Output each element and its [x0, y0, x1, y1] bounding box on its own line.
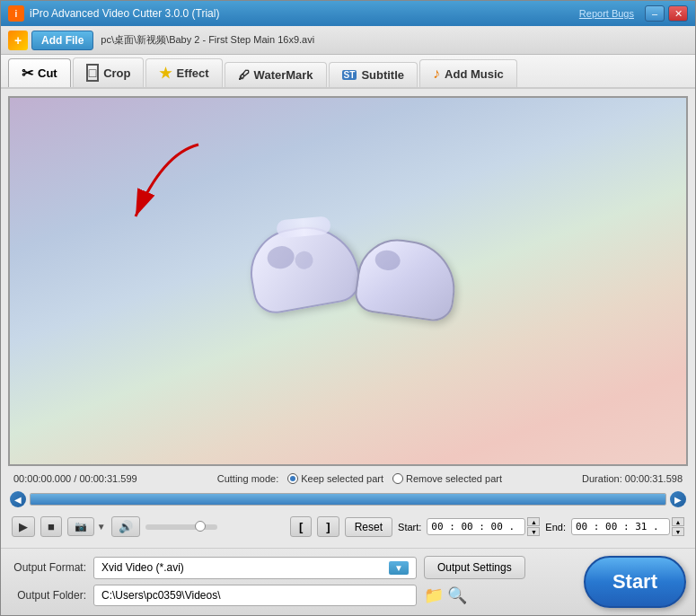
- format-select-control: Xvid Video (*.avi) ▼: [93, 557, 417, 579]
- volume-slider[interactable]: [145, 524, 217, 530]
- output-folder-row: Output Folder: C:\Users\pc0359\Videos\ 📁…: [10, 585, 584, 606]
- timecode-current: 00:00:00.000 / 00:00:31.599: [13, 473, 137, 484]
- start-time-up[interactable]: ▲: [527, 517, 540, 526]
- timeline-progress[interactable]: [30, 493, 666, 506]
- timeline-end-marker[interactable]: ▶: [670, 491, 686, 507]
- tab-watermark[interactable]: 🖊 WaterMark: [225, 62, 327, 87]
- tab-addmusic[interactable]: ♪ Add Music: [419, 59, 517, 87]
- tab-subtitle[interactable]: ST Subtitle: [329, 62, 418, 87]
- filebar: + Add File pc\桌面\新视频\Baby 2 - First Step…: [1, 26, 695, 55]
- timeline-start-marker[interactable]: ◀: [10, 491, 26, 507]
- start-time-spinner[interactable]: ▲ ▼: [527, 517, 540, 536]
- output-format-row: Output Format: Xvid Video (*.avi) ▼ Outp…: [10, 556, 584, 579]
- end-time-up[interactable]: ▲: [672, 517, 684, 526]
- video-frame: [10, 98, 686, 464]
- folder-path-display: C:\Users\pc0359\Videos\: [93, 585, 417, 606]
- window-controls: – ✕: [645, 5, 688, 22]
- open-folder-button[interactable]: 📁: [424, 585, 444, 605]
- reset-button[interactable]: Reset: [345, 517, 392, 537]
- end-time-label: End:: [545, 522, 566, 532]
- dropdown-arrow-icon[interactable]: ▼: [97, 522, 106, 532]
- start-time-label: Start:: [398, 522, 421, 532]
- addmusic-icon: ♪: [433, 66, 440, 82]
- timecode-total-value: 00:00:31.599: [79, 473, 137, 484]
- main-content: 00:00:00.000 / 00:00:31.599 Cutting mode…: [1, 89, 695, 548]
- tab-effect[interactable]: ★ Effect: [145, 58, 222, 87]
- start-button[interactable]: Start: [584, 556, 686, 608]
- volume-button[interactable]: 🔊: [111, 516, 140, 537]
- remove-selected-radio[interactable]: Remove selected part: [392, 473, 502, 484]
- video-subject: [223, 200, 474, 362]
- cutting-mode-label: Cutting mode:: [217, 473, 278, 484]
- folder-icon-group: 📁 🔍: [424, 585, 467, 605]
- end-time-group: ▲ ▼: [571, 517, 684, 536]
- bracket-start-button[interactable]: [: [290, 516, 312, 537]
- cutting-mode-group: Cutting mode: Keep selected part Remove …: [217, 473, 502, 484]
- effect-icon: ★: [159, 65, 172, 82]
- output-settings-button[interactable]: Output Settings: [424, 556, 525, 579]
- end-time-down[interactable]: ▼: [672, 527, 684, 536]
- keep-selected-radio-circle[interactable]: [287, 473, 298, 484]
- playback-controls: ▶ ■ 📷 ▼ 🔊 [ ] Reset Start: ▲ ▼ End:: [8, 513, 688, 541]
- camera-group: 📷 ▼: [67, 517, 106, 536]
- remove-selected-label: Remove selected part: [406, 473, 502, 484]
- video-content: [10, 98, 686, 464]
- timecode-bar: 00:00:00.000 / 00:00:31.599 Cutting mode…: [8, 471, 688, 486]
- end-time-input[interactable]: [571, 518, 670, 535]
- duration-label: Duration:: [582, 473, 622, 484]
- format-dropdown-button[interactable]: ▼: [389, 561, 409, 575]
- report-bugs-link[interactable]: Report Bugs: [579, 8, 634, 19]
- window-title: iPro Advanced Video Cutter 3.0.0 (Trial): [30, 7, 219, 20]
- output-folder-label: Output Folder:: [10, 589, 86, 602]
- format-value-display: Xvid Video (*.avi): [101, 561, 184, 574]
- timeline-row: ◀ ▶: [8, 491, 688, 507]
- subtitle-icon: ST: [342, 70, 357, 80]
- keep-selected-label: Keep selected part: [301, 473, 383, 484]
- screenshot-button[interactable]: 📷: [67, 517, 94, 536]
- tab-cut-label: Cut: [38, 66, 57, 80]
- titlebar-left: i iPro Advanced Video Cutter 3.0.0 (Tria…: [8, 5, 219, 22]
- tab-watermark-label: WaterMark: [254, 68, 313, 82]
- app-icon: i: [8, 5, 24, 22]
- file-path-display: pc\桌面\新视频\Baby 2 - First Step Main 16x9.…: [101, 33, 688, 47]
- close-button[interactable]: ✕: [668, 5, 688, 22]
- play-button[interactable]: ▶: [12, 516, 35, 537]
- duration-display: Duration: 00:00:31.598: [582, 473, 683, 484]
- start-time-input[interactable]: [427, 518, 525, 535]
- output-format-label: Output Format:: [10, 561, 86, 574]
- add-file-button[interactable]: Add File: [31, 31, 93, 50]
- video-area: [8, 96, 688, 466]
- titlebar: i iPro Advanced Video Cutter 3.0.0 (Tria…: [1, 1, 695, 26]
- bracket-end-button[interactable]: ]: [317, 516, 339, 537]
- bottom-content: Output Format: Xvid Video (*.avi) ▼ Outp…: [10, 556, 686, 608]
- tab-cut[interactable]: ✂ Cut: [8, 58, 71, 87]
- output-settings-area: Output Format: Xvid Video (*.avi) ▼ Outp…: [10, 556, 584, 606]
- right-shoe: [352, 234, 461, 323]
- tab-crop[interactable]: □ Crop: [73, 57, 145, 87]
- add-file-icon: +: [8, 31, 28, 50]
- tab-crop-label: Crop: [103, 66, 130, 80]
- keep-selected-radio[interactable]: Keep selected part: [287, 473, 383, 484]
- main-window: i iPro Advanced Video Cutter 3.0.0 (Tria…: [0, 0, 696, 616]
- duration-value: 00:00:31.598: [625, 473, 683, 484]
- folder-path-value: C:\Users\pc0359\Videos\: [101, 589, 221, 602]
- search-folder-button[interactable]: 🔍: [447, 585, 467, 605]
- tab-subtitle-label: Subtitle: [361, 68, 404, 82]
- tabbar: ✂ Cut □ Crop ★ Effect 🖊 WaterMark ST Sub…: [1, 55, 695, 89]
- tab-effect-label: Effect: [176, 66, 208, 80]
- timecode-start-value: 00:00:00.000: [13, 473, 71, 484]
- bottom-bar: Output Format: Xvid Video (*.avi) ▼ Outp…: [1, 548, 695, 615]
- crop-icon: □: [86, 64, 99, 82]
- start-time-group: ▲ ▼: [427, 517, 540, 536]
- cut-icon: ✂: [22, 65, 33, 82]
- stop-button[interactable]: ■: [40, 516, 62, 537]
- timeline-fill: [31, 494, 665, 505]
- minimize-button[interactable]: –: [645, 5, 665, 22]
- start-time-down[interactable]: ▼: [527, 527, 540, 536]
- remove-selected-radio-circle[interactable]: [392, 473, 403, 484]
- watermark-icon: 🖊: [238, 68, 250, 82]
- tabbar-wrapper: ✂ Cut □ Crop ★ Effect 🖊 WaterMark ST Sub…: [1, 55, 695, 89]
- end-time-spinner[interactable]: ▲ ▼: [672, 517, 684, 536]
- tab-addmusic-label: Add Music: [445, 67, 504, 81]
